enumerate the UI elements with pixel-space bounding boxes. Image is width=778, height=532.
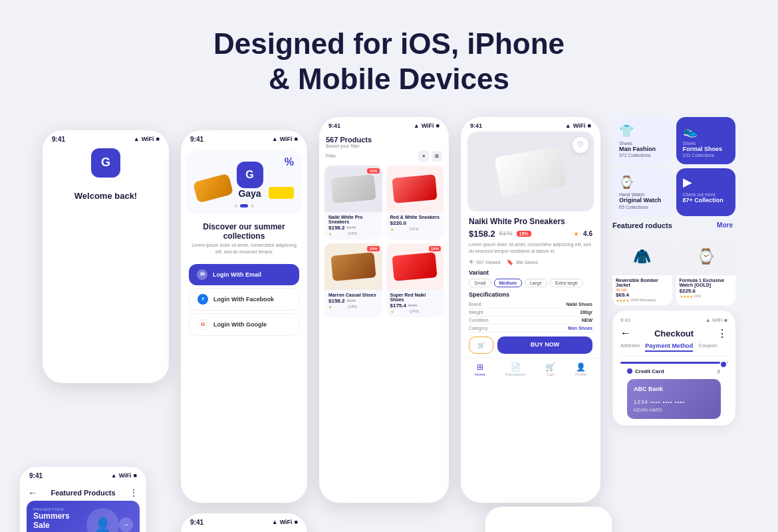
list-view-icon[interactable]: ≡ xyxy=(418,151,429,162)
product-info-1: Naiki White Pro Sneakers $158.2 $170 ★ (… xyxy=(324,212,382,239)
eye-icon: 👁 xyxy=(469,259,474,265)
phone-summer: 9:41 ▲WiFi■ % G Gaya xyxy=(181,130,307,503)
detail-image-area: ♡ xyxy=(467,132,594,211)
variant-small[interactable]: Small xyxy=(469,279,491,287)
facebook-login-btn[interactable]: f Login With Facebook xyxy=(189,288,299,311)
cat-card-watch[interactable]: ⌚ Hand Watch Original Watch 65 Collectio… xyxy=(612,168,672,216)
heart-icon[interactable]: ♡ xyxy=(435,226,440,232)
variant-extra-large[interactable]: Extra large xyxy=(550,279,583,287)
cart-header: Cart ⋮ xyxy=(181,529,307,532)
phone-create: G Create account Free Lorem ipsum dolor … xyxy=(485,507,612,532)
discount-badge: 15% xyxy=(367,168,379,174)
featured-bottom-title: Featured Products xyxy=(51,489,115,497)
banner-image: 👤 xyxy=(86,508,118,532)
product-item: Red & White Sneakers $220.0 ★ (341) ♡ xyxy=(386,166,444,239)
email-icon: ✉ xyxy=(197,269,207,280)
products-header: 567 Products Based your filter xyxy=(319,132,449,151)
detail-description: Lorem ipsum dolor sit amet, consectetur … xyxy=(469,241,592,255)
products-controls: Filter ≡ ⊞ xyxy=(319,151,449,166)
product-image-1: 15% xyxy=(324,166,382,212)
featured-header: Featured roducts More xyxy=(612,221,735,229)
cart-status-time: 9:41 xyxy=(190,519,203,526)
transaction-icon: 📄 xyxy=(511,362,521,372)
nav-home[interactable]: ⊞ Home xyxy=(475,362,485,376)
shirt-icon: 👕 xyxy=(619,124,666,138)
featured-promo-banner: PROMOTION Summers Sale 80% OFF 👤 → xyxy=(27,501,140,532)
checkout-header: ← Checkout ⋮ xyxy=(620,327,727,340)
heart-icon[interactable]: ♡ xyxy=(435,309,440,315)
variant-row: Small Medium Large Extra large xyxy=(469,279,592,287)
cat-card-man-fashion[interactable]: 👕 Shoes Man Fashion 372 Collections xyxy=(612,117,672,165)
bottom-navigation: ⊞ Home 📄 Transaction 🛒 Cart 👤 Profile xyxy=(461,358,600,380)
featured-item-jacket: 🧥 Reversible Bomber Jacket 45 left $69.4… xyxy=(612,239,672,305)
play-icon: ▶ xyxy=(683,175,729,190)
product-item: 15% Naiki White Pro Sneakers $158.2 $170… xyxy=(324,166,382,239)
spec-row-weight: Weight 280gr xyxy=(469,309,592,317)
featured-more-icon[interactable]: ⋮ xyxy=(129,487,138,498)
cart-icon: 🛒 xyxy=(545,362,555,372)
detail-action-row: 🛒 BUY NOW xyxy=(469,336,592,354)
banner-arrow[interactable]: → xyxy=(119,517,133,532)
like-button[interactable]: ♡ xyxy=(573,137,588,153)
google-icon: G xyxy=(197,319,208,330)
login-logo: G xyxy=(91,148,120,178)
detail-body: Naiki White Pro Sneakers $158.2 $170 15%… xyxy=(461,217,600,354)
checkout-menu-icon[interactable]: ⋮ xyxy=(717,327,727,340)
spec-label: Specifications xyxy=(469,291,592,298)
nav-profile[interactable]: 👤 Profile xyxy=(575,362,586,376)
sneaker-img xyxy=(192,173,233,203)
variant-medium[interactable]: Medium xyxy=(494,279,522,287)
featured-status-time: 9:41 xyxy=(29,472,43,479)
grid-view-icon[interactable]: ⊞ xyxy=(432,151,442,162)
add-to-cart-button[interactable]: 🛒 xyxy=(469,336,493,354)
product-image-4: 15% xyxy=(386,243,444,290)
product-image-3: 15% xyxy=(324,243,382,290)
glasses-img xyxy=(269,187,294,199)
status-time-summer: 9:41 xyxy=(190,136,203,143)
nav-transaction[interactable]: 📄 Transaction xyxy=(505,362,526,376)
featured-more-link[interactable]: More xyxy=(714,221,735,229)
phone-col-2: 9:41 ▲WiFi■ % G Gaya xyxy=(181,117,307,532)
shoe-icon: 👟 xyxy=(683,124,729,138)
cat-card-more[interactable]: ▶ Check out more 87+ Collection xyxy=(676,168,736,216)
product-image-2 xyxy=(386,166,444,212)
featured-back-icon[interactable]: ← xyxy=(28,487,37,498)
google-login-btn[interactable]: G Login With Google xyxy=(189,313,299,336)
sneaker-white xyxy=(330,174,376,203)
detail-price-row: $158.2 $170 15% ★ 4.6 xyxy=(469,229,592,239)
sneaker-marron xyxy=(330,252,376,281)
variant-large[interactable]: Large xyxy=(525,279,547,287)
email-login-btn[interactable]: ✉ Login With Email xyxy=(189,264,299,285)
nav-cart[interactable]: 🛒 Cart xyxy=(545,362,555,376)
category-grid: 👕 Shoes Man Fashion 372 Collections 👟 Sh… xyxy=(612,117,735,216)
spec-table: Brand Naiki Shoes Weight 280gr Condition… xyxy=(469,301,592,332)
variant-label: Variant xyxy=(469,269,592,276)
checkout-tab-address[interactable]: Address xyxy=(620,342,640,352)
checkout-tab-coupon[interactable]: Coupon xyxy=(698,342,717,352)
checkout-back-icon[interactable]: ← xyxy=(620,327,631,339)
buy-now-button[interactable]: BUY NOW xyxy=(497,336,592,354)
view-toggle: ≡ ⊞ xyxy=(418,151,442,162)
page-title: Designed for iOS, iPhone & Mobile Device… xyxy=(13,27,765,97)
checkout-tab-payment[interactable]: Payment Method xyxy=(645,342,693,352)
detail-product-title: Naiki White Pro Sneakers xyxy=(469,217,592,226)
promo-area: % G Gaya xyxy=(186,151,302,214)
home-icon: ⊞ xyxy=(477,362,483,372)
discover-sub: Lorem ipsum dolor sit amet, consectetur … xyxy=(181,242,307,261)
product-rating-1: ★ (245) ♡ xyxy=(328,231,378,237)
heart-icon[interactable]: ♡ xyxy=(373,231,378,237)
promo-dots xyxy=(193,201,295,210)
sneaker-red xyxy=(392,174,438,203)
promo-items: G Gaya xyxy=(193,158,295,201)
spec-row-category: Category Men Shoes xyxy=(469,325,592,332)
product-item: 15% Marron Casual Shoes $158.2 $170 ★ (2… xyxy=(324,243,382,317)
checkout-status-bar: 9:41 ▲ WiFi ■ xyxy=(620,317,727,323)
phone-products: 9:41 ▲WiFi■ 567 Products Based your filt… xyxy=(319,117,449,503)
cat-card-formal-shoes[interactable]: 👟 Shoes Formal Shoes 231 Collections xyxy=(676,117,736,165)
product-price-row-1: $158.2 $170 xyxy=(328,225,378,231)
featured-bottom-header: ← Featured Products ⋮ xyxy=(20,482,146,501)
checkout-snippet: 9:41 ▲ WiFi ■ ← Checkout ⋮ Address Payme… xyxy=(612,311,735,426)
facebook-icon: f xyxy=(197,294,208,305)
product-item: 15% Super Red Naiki Shoes $175.4 $190 ★ … xyxy=(386,243,444,317)
heart-icon[interactable]: ♡ xyxy=(373,304,378,310)
